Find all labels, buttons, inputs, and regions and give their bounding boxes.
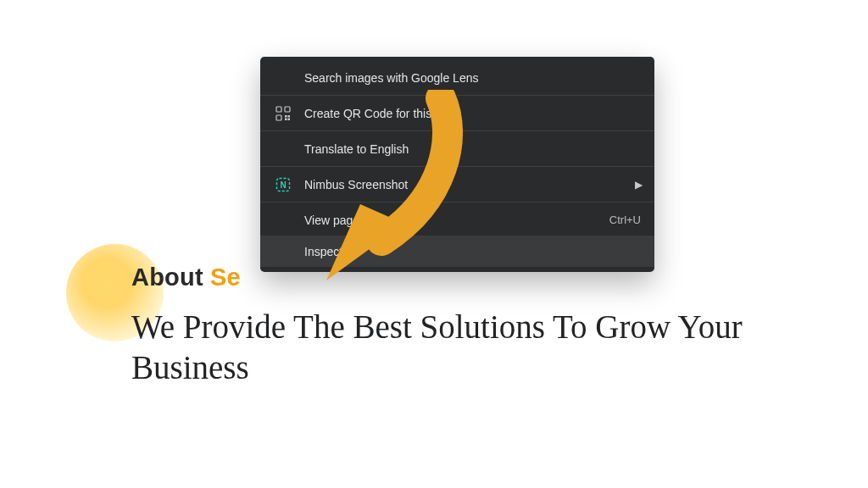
svg-rect-6 (288, 115, 291, 118)
ctx-label: View page source (304, 214, 609, 227)
ctx-label: Nimbus Screenshot (304, 178, 641, 191)
ctx-item-qr-code[interactable]: Create QR Code for this page (260, 97, 654, 129)
ctx-item-nimbus[interactable]: N Nimbus Screenshot ▶ (260, 169, 654, 200)
empty-icon (274, 140, 292, 158)
ctx-label: Translate to English (304, 142, 641, 156)
main-headline: We Provide The Best Solutions To Grow Yo… (131, 307, 776, 387)
empty-icon (274, 211, 292, 230)
ctx-shortcut: Ctrl+U (609, 214, 641, 226)
ctx-separator (260, 166, 654, 167)
submenu-arrow-icon: ▶ (635, 179, 643, 191)
ctx-separator (260, 202, 654, 202)
ctx-label: Search images with Google Lens (304, 71, 641, 85)
about-label-accent: Se (210, 263, 241, 291)
empty-icon (274, 242, 292, 261)
nimbus-icon: N (274, 175, 292, 194)
svg-rect-1 (285, 107, 290, 112)
svg-rect-5 (285, 118, 287, 120)
ctx-item-translate[interactable]: Translate to English (260, 133, 654, 164)
ctx-separator (260, 95, 654, 96)
ctx-separator (260, 130, 654, 131)
svg-rect-4 (288, 118, 291, 120)
ctx-label: Inspect (304, 245, 641, 258)
svg-rect-2 (276, 115, 281, 120)
ctx-item-inspect[interactable]: Inspect (260, 236, 654, 267)
svg-rect-0 (276, 107, 281, 112)
page-heading-block: About Se We Provide The Best Solutions T… (131, 263, 776, 387)
ctx-label: Create QR Code for this page (304, 107, 641, 120)
about-label-dark: About (131, 263, 210, 291)
ctx-item-view-source[interactable]: View page source Ctrl+U (260, 204, 654, 236)
context-menu: Search images with Google Lens Create QR… (260, 57, 654, 272)
ctx-item-search-images[interactable]: Search images with Google Lens (260, 62, 654, 93)
svg-rect-3 (285, 115, 287, 118)
empty-icon (274, 69, 292, 87)
svg-text:N: N (280, 180, 286, 189)
qr-code-icon (274, 104, 292, 123)
